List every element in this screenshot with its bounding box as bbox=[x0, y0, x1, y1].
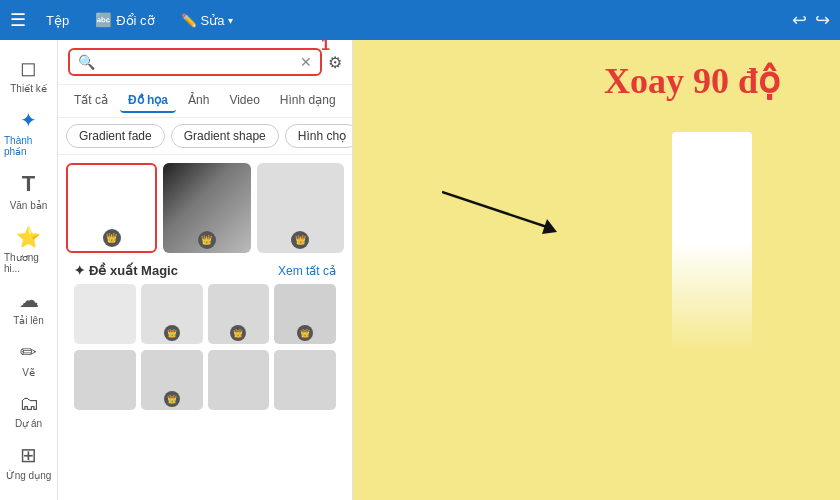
sidebar-item-design[interactable]: ◻ Thiết kế bbox=[0, 48, 57, 100]
grid-item-3[interactable]: 👑 bbox=[257, 163, 344, 253]
project-icon: 🗂 bbox=[19, 392, 39, 415]
magic-item-5[interactable] bbox=[74, 350, 136, 410]
arrow-container bbox=[442, 182, 562, 242]
design-icon: ◻ bbox=[20, 56, 37, 80]
sidebar-item-apps[interactable]: ⊞ Ứng dụng bbox=[0, 435, 57, 487]
brand-icon: ⭐ bbox=[16, 225, 41, 249]
sidebar-item-draw[interactable]: ✏ Vẽ bbox=[0, 332, 57, 384]
crown-magic-2: 👑 bbox=[164, 325, 180, 341]
search-box: 🔍 Gradient trong suốt 1 ✕ bbox=[68, 48, 322, 76]
edit-button[interactable]: ✏️ Sửa ▾ bbox=[175, 10, 240, 31]
tab-video[interactable]: Video bbox=[221, 89, 267, 113]
sidebar-label-project: Dự án bbox=[15, 418, 42, 429]
changefont-button[interactable]: 🔤 Đổi cỡ bbox=[89, 9, 160, 31]
magic-item-1[interactable] bbox=[74, 284, 136, 344]
tab-graphics[interactable]: Đồ họa bbox=[120, 89, 176, 113]
sidebar-label-text: Văn bản bbox=[10, 200, 48, 211]
sidebar-label-elements: Thành phần bbox=[4, 135, 53, 157]
gradient-shape bbox=[672, 132, 752, 352]
grid-item-2[interactable]: 👑 bbox=[163, 163, 250, 253]
crown-magic-4: 👑 bbox=[297, 325, 313, 341]
sidebar-item-upload[interactable]: ☁ Tải lên bbox=[0, 280, 57, 332]
magic-title: ✦ Đề xuất Magic bbox=[74, 263, 178, 278]
crown-magic-3: 👑 bbox=[230, 325, 246, 341]
sidebar-label-design: Thiết kế bbox=[10, 83, 46, 94]
left-panel: 🔍 Gradient trong suốt 1 ✕ ⚙ Tất cả Đồ họ… bbox=[58, 40, 353, 500]
arrow-graphic bbox=[442, 182, 562, 242]
pencil-icon: ✏️ bbox=[181, 13, 197, 28]
filter-tabs: Tất cả Đồ họa Ảnh Video Hình dạng > bbox=[58, 85, 352, 118]
undo-button[interactable]: ↩ bbox=[792, 9, 807, 31]
crown-badge-2: 👑 bbox=[198, 231, 216, 249]
search-step-number: 1 bbox=[321, 40, 330, 54]
magic-item-3[interactable]: 👑 bbox=[208, 284, 270, 344]
canvas-content bbox=[373, 122, 820, 352]
sidebar-item-brand[interactable]: ⭐ Thương hi... bbox=[0, 217, 57, 280]
tab-all[interactable]: Tất cả bbox=[66, 89, 116, 113]
pill-gradient-fade[interactable]: Gradient fade bbox=[66, 124, 165, 148]
redo-button[interactable]: ↪ bbox=[815, 9, 830, 31]
file-label: Tệp bbox=[46, 13, 69, 28]
grid-item-1[interactable]: 2 👑 bbox=[66, 163, 157, 253]
edit-label: Sửa bbox=[201, 13, 225, 28]
sidebar-label-brand: Thương hi... bbox=[4, 252, 53, 274]
changefont-label: Đổi cỡ bbox=[116, 13, 154, 28]
see-all-button[interactable]: Xem tất cả bbox=[278, 264, 336, 278]
grid-area: 2 👑 👑 👑 ✦ Đề xuất Magic bbox=[58, 155, 352, 500]
search-icon: 🔍 bbox=[78, 54, 95, 70]
undo-redo-group: ↩ ↪ bbox=[792, 9, 830, 31]
clear-search-button[interactable]: ✕ bbox=[300, 54, 312, 70]
sidebar-item-project[interactable]: 🗂 Dự án bbox=[0, 384, 57, 435]
sidebar: ◻ Thiết kế ✦ Thành phần T Văn bản ⭐ Thươ… bbox=[0, 40, 58, 500]
magic-item-7[interactable] bbox=[208, 350, 270, 410]
pill-hinh-cho[interactable]: Hình chọ bbox=[285, 124, 352, 148]
main-area: ◻ Thiết kế ✦ Thành phần T Văn bản ⭐ Thươ… bbox=[0, 40, 840, 500]
step2-number: 2 bbox=[154, 163, 157, 173]
svg-line-0 bbox=[442, 192, 547, 227]
magic-item-2[interactable]: 👑 bbox=[141, 284, 203, 344]
category-pills: Gradient fade Gradient shape Hình chọ > bbox=[58, 118, 352, 155]
draw-icon: ✏ bbox=[20, 340, 37, 364]
tab-shape[interactable]: Hình dạng bbox=[272, 89, 344, 113]
crown-magic-6: 👑 bbox=[164, 391, 180, 407]
apps-icon: ⊞ bbox=[20, 443, 37, 467]
magic-item-4[interactable]: 👑 bbox=[274, 284, 336, 344]
magic-grid-1: 👑 👑 👑 bbox=[74, 284, 336, 344]
search-bar: 🔍 Gradient trong suốt 1 ✕ ⚙ bbox=[58, 40, 352, 85]
file-button[interactable]: Tệp bbox=[40, 10, 75, 31]
grid-row-1: 2 👑 👑 👑 bbox=[66, 163, 344, 253]
sidebar-item-text[interactable]: T Văn bản bbox=[0, 163, 57, 217]
canvas-area: Xoay 90 độ bbox=[353, 40, 840, 500]
crown-badge-1: 👑 bbox=[103, 229, 121, 247]
chevron-down-icon: ▾ bbox=[228, 15, 233, 26]
magic-title-text: Đề xuất Magic bbox=[89, 263, 178, 278]
upload-icon: ☁ bbox=[19, 288, 39, 312]
canvas-title: Xoay 90 độ bbox=[604, 60, 780, 102]
pill-gradient-shape[interactable]: Gradient shape bbox=[171, 124, 279, 148]
filter-icon[interactable]: ⚙ bbox=[328, 53, 342, 72]
magic-header: ✦ Đề xuất Magic Xem tất cả bbox=[74, 263, 336, 278]
sidebar-item-elements[interactable]: ✦ Thành phần bbox=[0, 100, 57, 163]
text-icon: T bbox=[22, 171, 35, 197]
tab-photo[interactable]: Ảnh bbox=[180, 89, 217, 113]
magic-section: ✦ Đề xuất Magic Xem tất cả 👑 👑 👑 bbox=[66, 259, 344, 410]
sidebar-label-apps: Ứng dụng bbox=[6, 470, 52, 481]
sidebar-label-draw: Vẽ bbox=[22, 367, 35, 378]
magic-grid-2: 👑 bbox=[74, 350, 336, 410]
changefont-icon: 🔤 bbox=[95, 12, 112, 28]
menu-icon[interactable]: ☰ bbox=[10, 9, 26, 31]
toolbar: ☰ Tệp 🔤 Đổi cỡ ✏️ Sửa ▾ ↩ ↪ bbox=[0, 0, 840, 40]
elements-icon: ✦ bbox=[20, 108, 37, 132]
magic-item-6[interactable]: 👑 bbox=[141, 350, 203, 410]
sidebar-label-upload: Tải lên bbox=[13, 315, 43, 326]
magic-item-8[interactable] bbox=[274, 350, 336, 410]
search-input[interactable]: Gradient trong suốt bbox=[101, 55, 294, 70]
filter-more-button[interactable]: > bbox=[348, 89, 352, 113]
crown-badge-3: 👑 bbox=[291, 231, 309, 249]
spark-icon: ✦ bbox=[74, 263, 85, 278]
